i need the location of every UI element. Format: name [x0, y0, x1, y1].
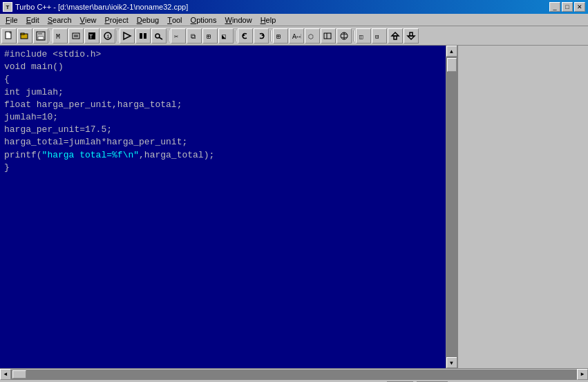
- toolbar-btn-19[interactable]: [336, 28, 352, 44]
- svg-rect-38: [410, 32, 412, 36]
- menu-file[interactable]: File: [1, 15, 22, 26]
- toolbar: M T i ✂ ⧉ ⊞ ⬕ ⊞ A↔B ⬡: [0, 26, 588, 46]
- toolbar-sep-2: [116, 28, 119, 44]
- toolbar-btn-10[interactable]: [151, 28, 167, 44]
- menu-bar: File Edit Search View Project Debug Tool…: [0, 14, 588, 26]
- svg-text:◫: ◫: [359, 34, 363, 41]
- toolbar-btn-17[interactable]: ⬡: [305, 28, 320, 44]
- toolbar-btn-undo[interactable]: [238, 28, 253, 44]
- title-buttons: _ □ ✕: [549, 2, 585, 12]
- svg-text:⬕: ⬕: [222, 33, 226, 41]
- svg-text:⊟: ⊟: [375, 34, 379, 41]
- toolbar-sep-3: [167, 28, 170, 44]
- toolbar-sep-1: [49, 28, 52, 44]
- svg-rect-36: [394, 36, 397, 39]
- restore-button[interactable]: □: [562, 2, 573, 12]
- menu-help[interactable]: Help: [256, 15, 281, 26]
- menu-options[interactable]: Options: [187, 15, 221, 26]
- toolbar-btn-21[interactable]: ⊟: [372, 28, 387, 44]
- svg-text:M: M: [56, 33, 60, 41]
- scrollbar-horizontal[interactable]: ◄ ►: [0, 368, 588, 379]
- toolbar-btn-8[interactable]: [120, 28, 135, 44]
- toolbar-btn-9[interactable]: [135, 28, 151, 44]
- svg-marker-15: [124, 32, 131, 39]
- editor-area[interactable]: #include <stdio.h> void main() { int jum…: [0, 46, 446, 368]
- window-title: Turbo C++ - [d:\master\baru\ioik2-1\nona…: [15, 3, 188, 11]
- svg-text:i: i: [106, 33, 110, 39]
- toolbar-btn-7[interactable]: i: [100, 28, 115, 44]
- scroll-thumb-vertical[interactable]: [447, 58, 457, 72]
- toolbar-sep-6: [352, 28, 355, 44]
- toolbar-btn-14[interactable]: ⬕: [218, 28, 234, 44]
- toolbar-btn-20[interactable]: ◫: [356, 28, 371, 44]
- status-bar: 10:3 Insert: [0, 379, 588, 382]
- svg-line-19: [159, 37, 162, 39]
- svg-rect-16: [140, 33, 142, 39]
- scroll-down-button[interactable]: ▼: [446, 357, 457, 368]
- toolbar-btn-6[interactable]: T: [84, 28, 99, 44]
- toolbar-btn-redo[interactable]: [254, 28, 269, 44]
- toolbar-btn-22[interactable]: [388, 28, 403, 44]
- scroll-track-horizontal[interactable]: [11, 370, 577, 379]
- menu-tool[interactable]: Tool: [163, 15, 186, 26]
- toolbar-btn-4[interactable]: M: [53, 28, 68, 44]
- new-button[interactable]: [1, 28, 17, 44]
- scroll-thumb-horizontal[interactable]: [12, 370, 26, 379]
- svg-text:⧉: ⧉: [191, 33, 196, 41]
- toolbar-btn-18[interactable]: [321, 28, 336, 44]
- scrollbar-vertical[interactable]: ▲ ▼: [446, 46, 457, 368]
- menu-edit[interactable]: Edit: [22, 15, 44, 26]
- svg-text:✂: ✂: [174, 33, 178, 41]
- svg-rect-29: [324, 33, 331, 39]
- scroll-left-button[interactable]: ◄: [0, 369, 11, 380]
- svg-text:⊞: ⊞: [276, 33, 281, 41]
- svg-rect-17: [144, 33, 146, 39]
- toolbar-btn-15[interactable]: ⊞: [273, 28, 288, 44]
- menu-window[interactable]: Window: [220, 15, 256, 26]
- code-editor[interactable]: #include <stdio.h> void main() { int jum…: [0, 46, 446, 368]
- toolbar-btn-11[interactable]: ✂: [171, 28, 186, 44]
- svg-text:A↔B: A↔B: [292, 33, 301, 41]
- toolbar-btn-23[interactable]: [404, 28, 419, 44]
- svg-text:T: T: [89, 34, 93, 41]
- scroll-track-vertical[interactable]: [446, 57, 457, 357]
- svg-rect-5: [38, 32, 42, 35]
- svg-rect-6: [38, 37, 44, 39]
- minimize-button[interactable]: _: [549, 2, 560, 12]
- scroll-right-button[interactable]: ►: [577, 369, 588, 380]
- title-bar: T Turbo C++ - [d:\master\baru\ioik2-1\no…: [0, 0, 588, 14]
- app-icon: T: [3, 2, 12, 12]
- toolbar-btn-5[interactable]: [68, 28, 84, 44]
- toolbar-btn-12[interactable]: ⧉: [187, 28, 202, 44]
- save-button[interactable]: [33, 28, 48, 44]
- right-panel: [457, 46, 588, 368]
- open-button[interactable]: [17, 28, 32, 44]
- svg-rect-3: [21, 33, 24, 35]
- close-button[interactable]: ✕: [574, 2, 585, 12]
- main-container: #include <stdio.h> void main() { int jum…: [0, 46, 588, 368]
- scroll-up-button[interactable]: ▲: [446, 46, 457, 57]
- svg-text:⬡: ⬡: [308, 34, 314, 41]
- toolbar-sep-5: [269, 28, 272, 44]
- menu-debug[interactable]: Debug: [133, 15, 163, 26]
- toolbar-btn-13[interactable]: ⊞: [202, 28, 218, 44]
- menu-search[interactable]: Search: [44, 15, 76, 26]
- toolbar-btn-16[interactable]: A↔B: [289, 28, 304, 44]
- toolbar-sep-4: [234, 28, 237, 44]
- svg-text:⊞: ⊞: [207, 33, 211, 41]
- svg-rect-8: [73, 33, 79, 39]
- menu-project[interactable]: Project: [100, 15, 132, 26]
- title-bar-left: T Turbo C++ - [d:\master\baru\ioik2-1\no…: [3, 2, 188, 12]
- menu-view[interactable]: View: [76, 15, 101, 26]
